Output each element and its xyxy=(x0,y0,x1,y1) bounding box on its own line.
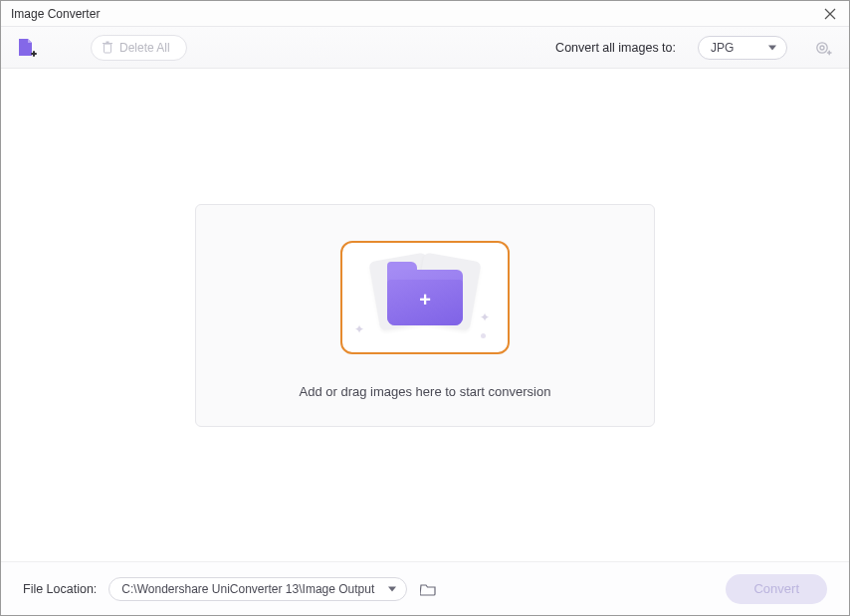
sparkle-icon: ✦ xyxy=(354,322,364,336)
svg-rect-6 xyxy=(106,42,109,44)
svg-point-7 xyxy=(817,42,827,52)
output-path-value: C:\Wondershare UniConverter 13\Image Out… xyxy=(121,582,374,596)
convert-all-label: Convert all images to: xyxy=(555,41,676,55)
output-settings-button[interactable] xyxy=(811,36,835,60)
convert-button-label: Convert xyxy=(753,581,799,596)
add-files-target[interactable]: ✦ ✦ + xyxy=(340,241,510,354)
close-icon xyxy=(824,8,836,20)
file-location-label: File Location: xyxy=(23,582,97,596)
dropzone[interactable]: ✦ ✦ + Add or drag images here to start c… xyxy=(195,204,655,427)
add-file-button[interactable] xyxy=(15,37,37,59)
output-format-select[interactable]: JPG xyxy=(698,36,787,60)
dropzone-prompt: Add or drag images here to start convers… xyxy=(300,384,551,399)
folder-icon xyxy=(420,582,436,596)
convert-button[interactable]: Convert xyxy=(726,574,827,604)
delete-all-button[interactable]: Delete All xyxy=(91,35,187,61)
dot-icon xyxy=(481,333,486,338)
output-path-select[interactable]: C:\Wondershare UniConverter 13\Image Out… xyxy=(108,577,407,601)
main-area: ✦ ✦ + Add or drag images here to start c… xyxy=(1,69,849,561)
output-format-value: JPG xyxy=(711,41,734,55)
browse-folder-button[interactable] xyxy=(419,581,437,597)
folder-plus-icon: + xyxy=(387,270,463,325)
gear-icon xyxy=(814,39,832,57)
trash-icon xyxy=(102,41,113,54)
delete-all-label: Delete All xyxy=(119,41,170,55)
close-button[interactable] xyxy=(821,5,839,23)
add-file-icon xyxy=(15,37,37,59)
svg-rect-4 xyxy=(105,44,111,53)
sparkle-icon: ✦ xyxy=(480,310,490,324)
footer: File Location: C:\Wondershare UniConvert… xyxy=(1,561,849,615)
svg-rect-5 xyxy=(103,43,112,44)
svg-point-8 xyxy=(820,46,824,50)
toolbar: Delete All Convert all images to: JPG xyxy=(1,27,849,69)
titlebar: Image Converter xyxy=(1,1,849,27)
image-converter-window: Image Converter xyxy=(0,0,850,616)
window-title: Image Converter xyxy=(11,7,100,21)
